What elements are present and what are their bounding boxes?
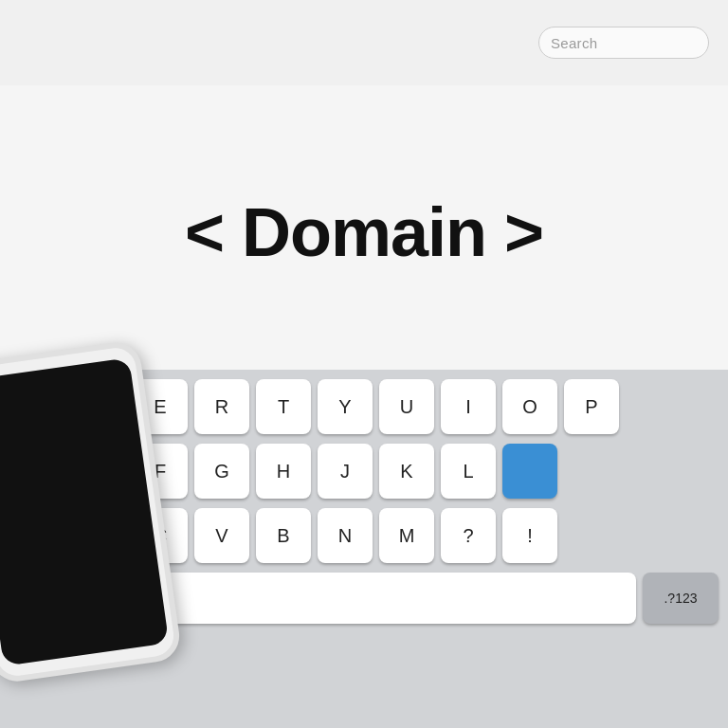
domain-title: < Domain > xyxy=(185,193,543,271)
key-exclaim[interactable]: ! xyxy=(502,508,557,563)
key-t[interactable]: T xyxy=(256,379,311,434)
key-num-punct[interactable]: .?123 xyxy=(643,573,719,624)
key-b[interactable]: B xyxy=(256,508,311,563)
key-question[interactable]: ? xyxy=(441,508,496,563)
search-bar[interactable]: Search xyxy=(538,27,709,59)
keyboard-row-4: .?123 xyxy=(133,573,719,624)
key-j[interactable]: J xyxy=(318,444,373,499)
key-u[interactable]: U xyxy=(379,379,434,434)
key-v[interactable]: V xyxy=(194,508,249,563)
key-p[interactable]: P xyxy=(564,379,619,434)
key-g[interactable]: G xyxy=(194,444,249,499)
content-area: < Domain > xyxy=(0,85,728,379)
browser-bar: Search xyxy=(0,0,728,85)
key-m[interactable]: M xyxy=(379,508,434,563)
keyboard-row-2: F G H J K L xyxy=(133,444,719,499)
key-return[interactable] xyxy=(502,444,557,499)
key-o[interactable]: O xyxy=(502,379,557,434)
key-y[interactable]: Y xyxy=(318,379,373,434)
key-i[interactable]: I xyxy=(441,379,496,434)
key-h[interactable]: H xyxy=(256,444,311,499)
key-r[interactable]: R xyxy=(194,379,249,434)
key-space[interactable] xyxy=(133,573,636,624)
keyboard-row-3: C V B N M ? ! xyxy=(133,508,719,563)
search-placeholder-text: Search xyxy=(551,35,597,51)
key-n[interactable]: N xyxy=(318,508,373,563)
key-k[interactable]: K xyxy=(379,444,434,499)
phone-screen xyxy=(0,357,169,666)
keyboard: E R T Y U I O P F G H J K L C V B N M ? … xyxy=(123,379,728,728)
key-l[interactable]: L xyxy=(441,444,496,499)
keyboard-row-1: E R T Y U I O P xyxy=(133,379,719,434)
